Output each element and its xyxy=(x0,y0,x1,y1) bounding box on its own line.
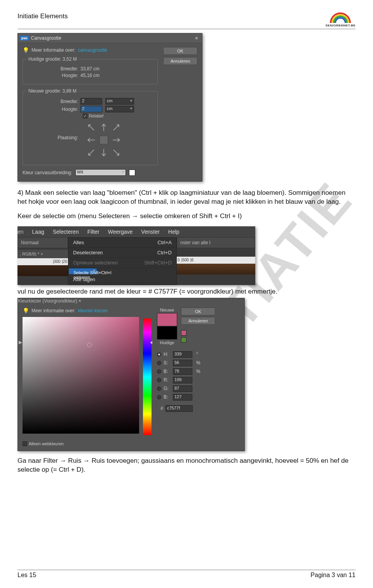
hue-pointer-icon xyxy=(150,341,152,344)
menu-item-deselecteren[interactable]: DeselecterenCtrl+D xyxy=(68,248,176,258)
hue-slider[interactable] xyxy=(143,318,152,435)
paragraph-4: Ga naar Filter → Ruis → Ruis toevoegen; … xyxy=(17,457,356,474)
cur-width-label: Breedte: xyxy=(50,66,80,72)
pse-badge-icon: pse xyxy=(20,36,29,40)
paragraph-2: Keer de selectie om (menu Selecteren → s… xyxy=(17,212,356,221)
color-field-b[interactable]: B:127 xyxy=(157,394,240,401)
tiny-swatch-icon[interactable] xyxy=(181,337,186,343)
arrow-nw-icon[interactable] xyxy=(86,122,96,133)
relative-checkbox[interactable]: ✓ Relatief xyxy=(83,114,103,118)
tiny-swatch-icon[interactable] xyxy=(181,330,186,336)
field-label: B: xyxy=(164,369,171,374)
dialog-titlebar[interactable]: Kleurkiezer (Voorgrondkleur) × xyxy=(18,298,244,304)
menu-item[interactable]: en xyxy=(17,229,24,235)
color-field-b[interactable]: B:78% xyxy=(157,368,240,375)
new-swatch-label: Nieuwe xyxy=(160,308,174,312)
arrow-e-icon[interactable] xyxy=(111,135,121,145)
color-field-r[interactable]: R:199 xyxy=(157,377,240,383)
document-footer: Les 15 Pagina 3 van 11 xyxy=(17,570,356,579)
color-field-g[interactable]: G:87 xyxy=(157,385,240,392)
radio-icon[interactable] xyxy=(157,395,161,399)
footer-left: Les 15 xyxy=(17,572,36,579)
current-color-swatch xyxy=(157,326,177,340)
arrow-se-icon[interactable] xyxy=(111,147,121,158)
arrow-n-icon[interactable] xyxy=(99,122,109,133)
radio-icon[interactable] xyxy=(157,361,161,365)
cur-height-label: Hoogte: xyxy=(50,73,80,78)
select-menu-screenshot: en Laag Selecteren Filter Weergave Venst… xyxy=(17,226,255,285)
canvas-size-dialog: pse Canvasgrootte × 💡 Meer informatie ov… xyxy=(17,33,202,182)
svg-line-2 xyxy=(113,125,119,130)
menu-item[interactable]: Help xyxy=(168,229,180,235)
current-size-group: Huidige grootte: 3,52 M Breedte: 33,87 c… xyxy=(23,56,158,84)
color-field-s[interactable]: S:56% xyxy=(157,360,240,366)
menu-item-opnieuw-selecteren: Opnieuw selecterenShift+Ctrl+D xyxy=(68,258,176,268)
field-input[interactable]: 78 xyxy=(173,368,192,375)
menu-item[interactable]: Weergave xyxy=(108,229,133,235)
web-only-label: Alleen webkleuren xyxy=(29,441,64,446)
field-label: H: xyxy=(164,352,171,357)
radio-icon[interactable] xyxy=(157,352,161,357)
info-link[interactable]: kleuren kiezen xyxy=(78,308,108,313)
document-tab[interactable]: , RGB/8) * × xyxy=(17,250,68,258)
color-field-h[interactable]: H:339° xyxy=(157,351,240,358)
ext-color-select[interactable]: Wit xyxy=(75,169,126,176)
field-unit: ° xyxy=(196,352,198,357)
menu-item[interactable]: Selecteren xyxy=(53,229,79,235)
info-link[interactable]: canvasgrootte xyxy=(78,47,107,53)
radio-icon[interactable] xyxy=(157,369,161,374)
dialog-titlebar[interactable]: pse Canvasgrootte × xyxy=(18,33,202,43)
menu-item[interactable]: Venster xyxy=(141,229,159,235)
menu-item-selectie-omkeren[interactable]: Selectie omkerenShift+Ctrl+I xyxy=(68,268,97,275)
arrow-sw-icon[interactable] xyxy=(86,147,96,158)
ext-label: Kleur canvasuitbreiding: xyxy=(23,170,72,175)
ok-button[interactable]: OK xyxy=(181,308,215,315)
cancel-button[interactable]: Annuleren xyxy=(163,57,197,65)
cur-width-value: 33,87 cm xyxy=(80,66,108,72)
blend-mode-select[interactable]: Normaal xyxy=(17,237,68,248)
width-unit-select[interactable]: cm xyxy=(105,98,134,105)
toolbar-fragment: nster van alle l xyxy=(177,237,255,248)
close-icon[interactable]: × xyxy=(78,298,81,304)
cancel-button[interactable]: Annuleren xyxy=(181,317,215,325)
menu-item[interactable]: Laag xyxy=(32,229,44,235)
close-icon[interactable]: × xyxy=(193,35,200,41)
field-label: R: xyxy=(164,377,171,383)
arrow-ne-icon[interactable] xyxy=(111,122,121,133)
color-picker-dialog: Kleurkiezer (Voorgrondkleur) × 💡 Meer in… xyxy=(17,298,245,451)
anchor-grid[interactable] xyxy=(80,122,127,158)
anchor-center[interactable] xyxy=(99,136,108,144)
canvas-preview xyxy=(177,264,255,275)
saturation-brightness-field[interactable] xyxy=(23,317,139,434)
field-input[interactable]: 87 xyxy=(173,385,192,392)
ruler: 0 |500 |6 xyxy=(177,257,255,264)
field-input[interactable]: 127 xyxy=(173,394,192,401)
radio-icon[interactable] xyxy=(157,387,161,391)
current-swatch-label: Huidige xyxy=(160,340,174,345)
web-only-checkbox[interactable]: Alleen webkleuren xyxy=(23,441,64,446)
ok-button[interactable]: OK xyxy=(163,47,197,55)
placement-label: Plaatsing: xyxy=(50,119,80,140)
new-height-input[interactable]: 2 xyxy=(80,106,102,112)
ext-swatch-icon[interactable] xyxy=(129,170,135,176)
radio-icon[interactable] xyxy=(157,378,161,382)
new-width-input[interactable]: 2 xyxy=(80,98,102,105)
menu-item[interactable]: Filter xyxy=(87,229,99,235)
height-unit-select[interactable]: cm xyxy=(105,106,134,112)
logo-caption: SENIORENNET.BE xyxy=(326,24,356,27)
field-input[interactable]: 199 xyxy=(173,377,192,383)
field-input[interactable]: 56 xyxy=(173,360,192,366)
rainbow-icon xyxy=(330,12,351,23)
menu-item-alles[interactable]: AllesCtrl+A xyxy=(68,238,176,248)
paragraph-1: 4) Maak een selectie van laag "bloemen" … xyxy=(17,189,356,206)
new-size-legend: Nieuwe grootte: 3,89 M xyxy=(27,88,78,94)
field-label: G: xyxy=(164,386,171,391)
field-input[interactable]: 339 xyxy=(173,351,192,358)
info-prefix: Meer informatie over: xyxy=(31,47,75,53)
arrow-w-icon[interactable] xyxy=(86,135,96,145)
arrow-s-icon[interactable] xyxy=(99,147,109,158)
canvas-preview xyxy=(17,265,68,276)
hex-input[interactable]: c7577f xyxy=(166,405,193,412)
dialog-title: Canvasgrootte xyxy=(31,35,61,41)
picker-title: Kleurkiezer (Voorgrondkleur) xyxy=(18,298,77,304)
